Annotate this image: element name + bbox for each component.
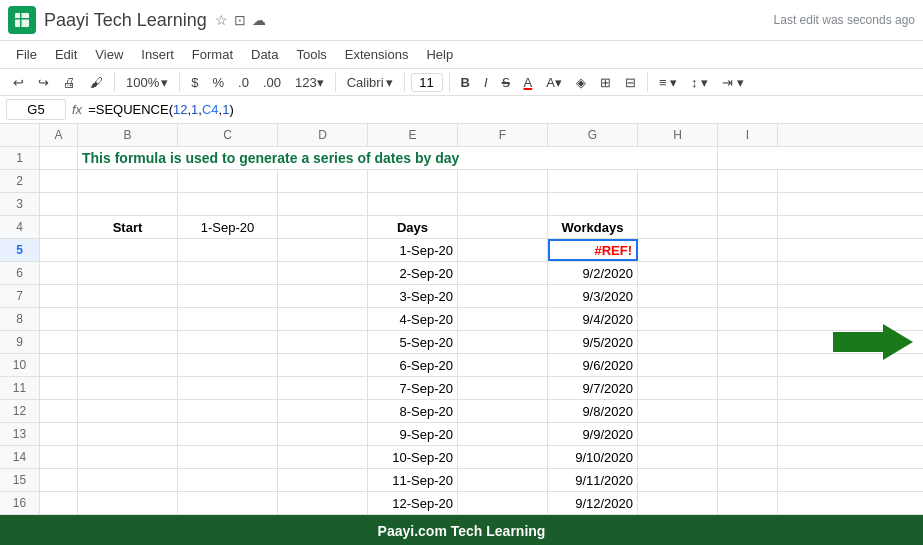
cell-g2[interactable]	[548, 170, 638, 192]
cell-f2[interactable]	[458, 170, 548, 192]
menu-help[interactable]: Help	[418, 43, 461, 66]
cell-f7[interactable]	[458, 285, 548, 307]
cell-a8[interactable]	[40, 308, 78, 330]
cell-a11[interactable]	[40, 377, 78, 399]
cell-g10[interactable]: 9/6/2020	[548, 354, 638, 376]
cell-c10[interactable]	[178, 354, 278, 376]
cell-e3[interactable]	[368, 193, 458, 215]
col-header-h[interactable]: H	[638, 124, 718, 146]
col-header-e[interactable]: E	[368, 124, 458, 146]
col-header-b[interactable]: B	[78, 124, 178, 146]
cell-d14[interactable]	[278, 446, 368, 468]
cell-a15[interactable]	[40, 469, 78, 491]
cell-g5[interactable]: #REF!	[548, 239, 638, 261]
cell-g4[interactable]: Workdays	[548, 216, 638, 238]
cell-i7[interactable]	[718, 285, 778, 307]
percent-button[interactable]: %	[207, 73, 229, 92]
col-header-i[interactable]: I	[718, 124, 778, 146]
cell-b14[interactable]	[78, 446, 178, 468]
cell-c5[interactable]	[178, 239, 278, 261]
cell-f13[interactable]	[458, 423, 548, 445]
cell-f15[interactable]	[458, 469, 548, 491]
col-header-f[interactable]: F	[458, 124, 548, 146]
cell-d5[interactable]	[278, 239, 368, 261]
cell-h6[interactable]	[638, 262, 718, 284]
cell-i3[interactable]	[718, 193, 778, 215]
cell-i15[interactable]	[718, 469, 778, 491]
highlight-button[interactable]: ◈	[571, 73, 591, 92]
cell-f10[interactable]	[458, 354, 548, 376]
cell-g12[interactable]: 9/8/2020	[548, 400, 638, 422]
cell-e14[interactable]: 10-Sep-20	[368, 446, 458, 468]
undo-button[interactable]: ↩	[8, 73, 29, 92]
cell-b3[interactable]	[78, 193, 178, 215]
cell-a12[interactable]	[40, 400, 78, 422]
cell-c16[interactable]	[178, 492, 278, 514]
cell-a3[interactable]	[40, 193, 78, 215]
cell-b1[interactable]: This formula is used to generate a serie…	[78, 147, 718, 169]
wrap-button[interactable]: ⇥ ▾	[717, 73, 749, 92]
menu-file[interactable]: File	[8, 43, 45, 66]
cell-c8[interactable]	[178, 308, 278, 330]
cell-a4[interactable]	[40, 216, 78, 238]
cell-h4[interactable]	[638, 216, 718, 238]
borders-button[interactable]: ⊞	[595, 73, 616, 92]
cell-a9[interactable]	[40, 331, 78, 353]
cell-d2[interactable]	[278, 170, 368, 192]
cell-d15[interactable]	[278, 469, 368, 491]
cell-f12[interactable]	[458, 400, 548, 422]
cell-reference-input[interactable]	[6, 99, 66, 120]
cell-e10[interactable]: 6-Sep-20	[368, 354, 458, 376]
underline-button[interactable]: A	[519, 73, 538, 92]
cell-g7[interactable]: 9/3/2020	[548, 285, 638, 307]
cell-c3[interactable]	[178, 193, 278, 215]
cell-d11[interactable]	[278, 377, 368, 399]
cell-d8[interactable]	[278, 308, 368, 330]
cell-h9[interactable]	[638, 331, 718, 353]
cell-f8[interactable]	[458, 308, 548, 330]
cell-g15[interactable]: 9/11/2020	[548, 469, 638, 491]
decimal1-button[interactable]: .0	[233, 73, 254, 92]
cell-g8[interactable]: 9/4/2020	[548, 308, 638, 330]
menu-extensions[interactable]: Extensions	[337, 43, 417, 66]
menu-view[interactable]: View	[87, 43, 131, 66]
cell-e5[interactable]: 1-Sep-20	[368, 239, 458, 261]
cell-h11[interactable]	[638, 377, 718, 399]
cloud-icon[interactable]: ☁	[252, 12, 266, 28]
cell-h8[interactable]	[638, 308, 718, 330]
cell-a6[interactable]	[40, 262, 78, 284]
star-icon[interactable]: ☆	[215, 12, 228, 28]
cell-i10[interactable]	[718, 354, 778, 376]
cell-e13[interactable]: 9-Sep-20	[368, 423, 458, 445]
cell-h2[interactable]	[638, 170, 718, 192]
cell-f4[interactable]	[458, 216, 548, 238]
cell-d6[interactable]	[278, 262, 368, 284]
cell-e6[interactable]: 2-Sep-20	[368, 262, 458, 284]
cell-i4[interactable]	[718, 216, 778, 238]
cell-h10[interactable]	[638, 354, 718, 376]
menu-tools[interactable]: Tools	[288, 43, 334, 66]
cell-h14[interactable]	[638, 446, 718, 468]
valign-button[interactable]: ↕ ▾	[686, 73, 713, 92]
cell-i14[interactable]	[718, 446, 778, 468]
cell-d3[interactable]	[278, 193, 368, 215]
cell-e8[interactable]: 4-Sep-20	[368, 308, 458, 330]
cell-c4[interactable]: 1-Sep-20	[178, 216, 278, 238]
cell-d13[interactable]	[278, 423, 368, 445]
cell-e16[interactable]: 12-Sep-20	[368, 492, 458, 514]
cell-a14[interactable]	[40, 446, 78, 468]
cell-b5[interactable]	[78, 239, 178, 261]
cell-d7[interactable]	[278, 285, 368, 307]
more-formats-button[interactable]: 123▾	[290, 73, 329, 92]
cell-b15[interactable]	[78, 469, 178, 491]
text-color-button[interactable]: A▾	[541, 73, 567, 92]
cell-d12[interactable]	[278, 400, 368, 422]
cell-c13[interactable]	[178, 423, 278, 445]
currency-button[interactable]: $	[186, 73, 203, 92]
cell-f14[interactable]	[458, 446, 548, 468]
zoom-select[interactable]: 100% ▾	[121, 73, 173, 92]
cell-i5[interactable]	[718, 239, 778, 261]
cell-g16[interactable]: 9/12/2020	[548, 492, 638, 514]
cell-i6[interactable]	[718, 262, 778, 284]
cell-c12[interactable]	[178, 400, 278, 422]
